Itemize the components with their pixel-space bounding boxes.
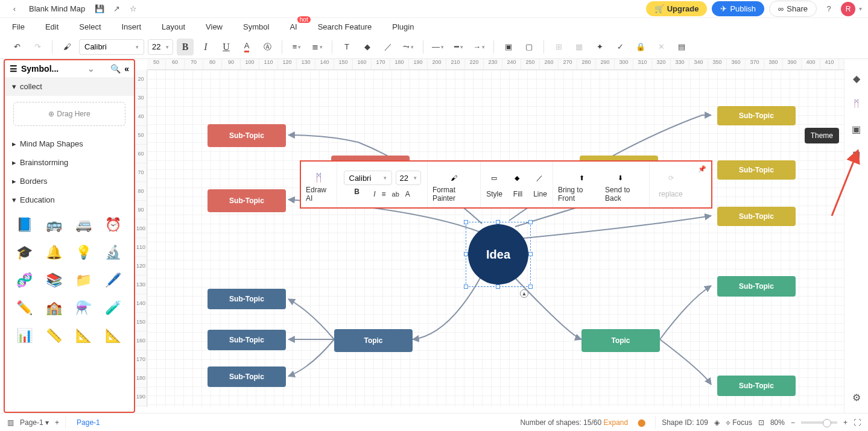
menu-layout[interactable]: Layout	[162, 22, 185, 31]
edu-icon[interactable]: 🚌	[42, 213, 66, 237]
ctx-fontcolor-button[interactable]: A	[405, 190, 410, 198]
edu-icon[interactable]: 🔬	[101, 241, 125, 265]
menu-plugin[interactable]: Plugin	[392, 22, 414, 31]
expand-link[interactable]: Expand	[603, 418, 628, 427]
send-back-icon[interactable]: ⬇	[615, 172, 627, 184]
align-button[interactable]: ⊞	[550, 39, 567, 55]
node-subtopic-blue[interactable]: Sub-Topic	[207, 367, 286, 387]
edu-icon[interactable]: 📊	[12, 324, 36, 348]
ctx-send-to-back[interactable]: Send to Back	[605, 186, 644, 203]
drag-here-zone[interactable]: ⊕ Drag Here	[13, 102, 125, 126]
node-subtopic-green[interactable]: Sub-Topic	[717, 276, 796, 297]
page-selector[interactable]: Page-1 ▾	[20, 418, 49, 427]
menu-view[interactable]: View	[206, 22, 223, 31]
menu-search-feature[interactable]: Search Feature	[318, 22, 372, 31]
edu-icon[interactable]: 🧪	[101, 296, 125, 320]
menu-select[interactable]: Select	[79, 22, 101, 31]
node-subtopic-red[interactable]: Sub-Topic	[207, 124, 286, 147]
dock-image-icon[interactable]: ▣	[848, 121, 865, 137]
ctx-font-select[interactable]: Calibri▾	[344, 171, 392, 185]
upgrade-button[interactable]: 🛒 Upgrade	[646, 1, 708, 16]
dock-settings-icon[interactable]: ⚙	[848, 389, 865, 406]
edu-icon[interactable]: 🎓	[12, 241, 36, 265]
node-subtopic-yellow[interactable]: Sub-Topic	[717, 160, 796, 180]
avatar-dropdown-icon[interactable]: ▾	[859, 5, 862, 12]
edu-icon[interactable]: ⏰	[101, 213, 125, 237]
canvas[interactable]: Sub-Topic Sub-Topic Sub-Topic Sub-Topic …	[147, 70, 868, 407]
node-subtopic-blue[interactable]: Sub-Topic	[207, 330, 286, 350]
node-topic-green[interactable]: Topic	[581, 329, 660, 352]
collapse-icon[interactable]: «	[124, 64, 129, 74]
underline-button[interactable]: U	[218, 39, 235, 55]
menu-file[interactable]: File	[12, 22, 25, 31]
line-style-button[interactable]: —	[429, 39, 446, 55]
line-icon[interactable]: ／	[534, 172, 546, 184]
section-education[interactable]: ▾Education	[5, 190, 134, 209]
edu-icon[interactable]: 📚	[42, 268, 66, 292]
zoom-slider[interactable]	[801, 421, 837, 424]
export-icon[interactable]: ↗	[109, 2, 124, 16]
shadow-button[interactable]: ▣	[500, 39, 517, 55]
menu-symbol[interactable]: Symbol	[243, 22, 269, 31]
connector-button[interactable]: ⤳	[400, 39, 417, 55]
edu-icon[interactable]: 🏫	[42, 296, 66, 320]
line-color-button[interactable]: ／	[379, 39, 396, 55]
layers-button[interactable]: ▤	[673, 39, 690, 55]
focus-toggle[interactable]: ⟡ Focus	[726, 418, 752, 427]
node-subtopic-blue[interactable]: Sub-Topic	[207, 289, 286, 309]
section-mindmap[interactable]: ▸Mind Map Shapes	[5, 134, 134, 153]
settings-button[interactable]: ✕	[653, 39, 670, 55]
highlight-button[interactable]: Ⓐ	[259, 39, 276, 55]
bring-front-icon[interactable]: ⬆	[576, 172, 588, 184]
bold-button[interactable]: B	[177, 39, 194, 55]
crop-button[interactable]: ✓	[612, 39, 629, 55]
ctx-line[interactable]: Line	[533, 190, 547, 198]
save-icon[interactable]: 💾	[92, 2, 107, 16]
section-brainstorm[interactable]: ▸Brainstorming	[5, 153, 134, 172]
ctx-size-select[interactable]: 22▾	[396, 171, 421, 185]
align-left-button[interactable]: ≡	[288, 39, 305, 55]
edu-icon[interactable]: 🧬	[12, 268, 36, 292]
layers-icon[interactable]: ◈	[714, 418, 720, 427]
ctx-align-button[interactable]: ≡	[382, 190, 386, 198]
edu-icon[interactable]: 📘	[12, 213, 36, 237]
avatar[interactable]: R	[841, 2, 855, 16]
expand-handle-icon[interactable]: ▲	[520, 289, 528, 298]
edu-icon[interactable]: 💡	[71, 241, 95, 265]
menu-insert[interactable]: Insert	[122, 22, 142, 31]
edu-icon[interactable]: ⚗️	[71, 296, 95, 320]
zoom-in-icon[interactable]: +	[843, 418, 847, 427]
font-select[interactable]: Calibri▾	[79, 39, 144, 55]
lock-button[interactable]: 🔒	[632, 39, 649, 55]
ctx-italic-button[interactable]: I	[373, 190, 375, 198]
edu-icon[interactable]: 🖊️	[101, 268, 125, 292]
font-size-select[interactable]: 22▾	[148, 39, 173, 55]
pin-icon[interactable]: 📌	[698, 165, 706, 173]
edu-icon[interactable]: ✏️	[12, 296, 36, 320]
arrow-end-button[interactable]: →	[470, 39, 487, 55]
format-painter-icon[interactable]: 🖌	[59, 39, 75, 55]
fill-button[interactable]: ◆	[359, 39, 376, 55]
ctx-fill[interactable]: Fill	[513, 190, 522, 198]
zoom-out-icon[interactable]: −	[791, 418, 795, 427]
star-icon[interactable]: ☆	[126, 2, 141, 16]
edu-icon[interactable]: 📐	[71, 324, 95, 348]
dock-ai-icon[interactable]: ᛗ	[848, 95, 865, 112]
fill-icon[interactable]: ◆	[511, 172, 523, 184]
text-button[interactable]: T	[338, 39, 355, 55]
ctx-case-button[interactable]: ab	[392, 190, 399, 198]
edu-icon[interactable]: 📐	[101, 324, 125, 348]
ctx-style[interactable]: Style	[486, 190, 502, 198]
fit-icon[interactable]: ⊡	[758, 418, 764, 427]
edu-icon[interactable]: 🚐	[71, 213, 95, 237]
undo-icon[interactable]: ↶	[8, 39, 25, 55]
node-topic-blue[interactable]: Topic	[334, 329, 413, 352]
menu-edit[interactable]: Edit	[45, 22, 59, 31]
page-tab[interactable]: Page-1	[72, 416, 105, 429]
effects-button[interactable]: ✦	[591, 39, 608, 55]
node-subtopic-green[interactable]: Sub-Topic	[717, 376, 796, 396]
page-button[interactable]: ▢	[521, 39, 537, 55]
add-page-icon[interactable]: +	[55, 418, 59, 427]
node-subtopic-yellow[interactable]: Sub-Topic	[717, 106, 796, 125]
ctx-bring-to-front[interactable]: Bring to Front	[558, 186, 598, 203]
